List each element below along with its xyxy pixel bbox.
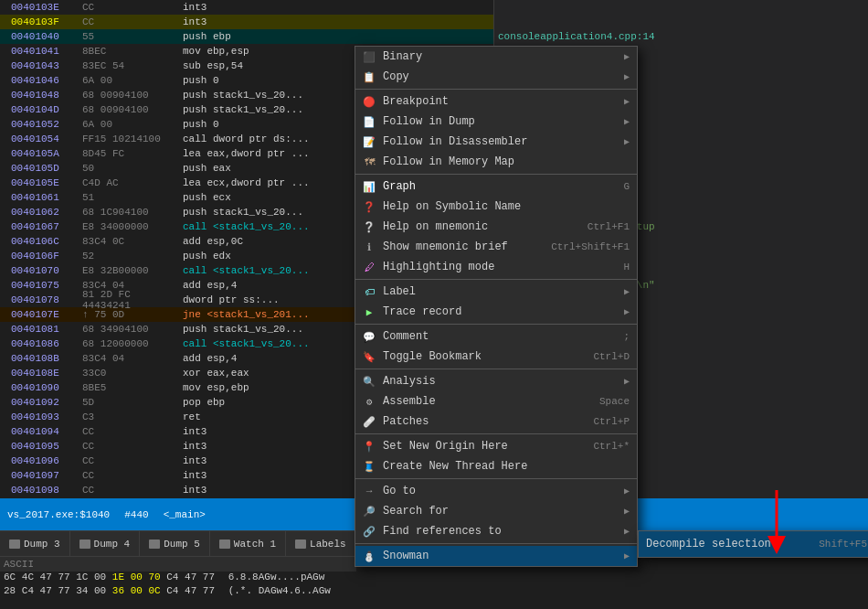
- menu-label: Find references to: [383, 525, 620, 538]
- highlight-icon: 🖊: [361, 260, 377, 274]
- menu-label: Help on mnemonic: [383, 220, 580, 233]
- trace-icon: ▶: [361, 304, 377, 319]
- menu-item-find-references-to[interactable]: 🔗Find references to▶: [355, 521, 637, 541]
- help-icon: ❓: [361, 199, 377, 214]
- goto-icon: →: [361, 484, 377, 498]
- menu-item-follow-in-dump[interactable]: 📄Follow in Dump▶: [355, 112, 637, 132]
- snowman-icon: ⛄: [361, 549, 377, 563]
- menu-item-toggle-bookmark[interactable]: 🔖Toggle BookmarkCtrl+D: [355, 347, 637, 367]
- disasm-line[interactable]: 0040103FCCint3: [0, 15, 493, 29]
- eye-icon: [219, 540, 230, 549]
- menu-item-assemble[interactable]: ⚙AssembleSpace: [355, 391, 637, 411]
- ascii-hex-line: 28 C4 47 77 34 00 36 00 0C C4 47 77 (.*.…: [0, 585, 356, 599]
- menu-item-help-on-mnemonic[interactable]: ❔Help on mnemonicCtrl+F1: [355, 217, 637, 237]
- submenu-arrow-icon: ▶: [624, 136, 630, 147]
- menu-item-graph[interactable]: 📊GraphG: [355, 176, 637, 197]
- menu-item-breakpoint[interactable]: 🔴Breakpoint▶: [355, 91, 637, 112]
- menu-label: Follow in Disassembler: [383, 135, 620, 148]
- disasm-line[interactable]: 0040104055push ebp: [0, 29, 493, 44]
- red-arrow-indicator: [749, 490, 804, 563]
- help2-icon: ❔: [361, 219, 377, 234]
- menu-item-highlighting-mode[interactable]: 🖊Highlighting modeH: [355, 257, 637, 277]
- label-icon: 🏷: [361, 284, 377, 299]
- menu-shortcut: H: [623, 262, 630, 272]
- comment-line: consoleapplication4.cpp:14: [494, 29, 868, 44]
- assemble-icon: ⚙: [361, 394, 377, 409]
- tab-dump-5[interactable]: Dump 5: [140, 531, 210, 556]
- menu-item-follow-in-memory-map[interactable]: 🗺Follow in Memory Map: [355, 152, 637, 172]
- menu-item-copy[interactable]: 📋Copy▶: [355, 67, 637, 87]
- menu-label: Comment: [383, 330, 616, 343]
- menu-label: Toggle Bookmark: [383, 350, 586, 363]
- menu-item-comment[interactable]: 💬Comment;: [355, 326, 637, 347]
- refs-icon: 🔗: [361, 524, 377, 539]
- menu-label: Help on Symbolic Name: [383, 200, 630, 213]
- menu-item-analysis[interactable]: 🔍Analysis▶: [355, 371, 637, 391]
- menu-shortcut: Ctrl+P: [593, 416, 630, 427]
- menu-label: Graph: [383, 180, 616, 193]
- menu-item-label[interactable]: 🏷Label▶: [355, 282, 637, 302]
- submenu-arrow-icon: ▶: [624, 526, 630, 537]
- tab-dump-4[interactable]: Dump 4: [70, 531, 141, 556]
- menu-item-trace-record[interactable]: ▶Trace record▶: [355, 302, 637, 322]
- tab-watch-1[interactable]: Watch 1: [210, 531, 286, 556]
- origin-icon: 📍: [361, 439, 377, 454]
- thread-icon: 🧵: [361, 459, 377, 474]
- menu-item-go-to[interactable]: →Go to▶: [355, 481, 637, 501]
- submenu-arrow-icon: ▶: [624, 96, 630, 107]
- submenu-shortcut: Shift+F5: [819, 539, 867, 550]
- menu-label: Breakpoint: [383, 95, 620, 108]
- menu-shortcut: Ctrl+F1: [587, 221, 630, 232]
- menu-label: Label: [383, 285, 620, 298]
- menu-item-snowman[interactable]: ⛄Snowman▶: [355, 546, 637, 566]
- menu-label: Binary: [383, 50, 620, 63]
- tab-label: Labels: [310, 539, 346, 550]
- status-module: vs_2017.exe:$1040: [7, 509, 110, 520]
- menu-shortcut: ;: [623, 331, 630, 342]
- submenu-arrow-icon: ▶: [624, 51, 630, 62]
- menu-shortcut: Ctrl+Shift+F1: [551, 241, 630, 252]
- menu-label: Set New Origin Here: [383, 440, 586, 453]
- submenu-arrow-icon: ▶: [624, 71, 630, 82]
- graph-icon: 📊: [361, 179, 377, 194]
- status-function: <_main>: [164, 509, 206, 520]
- menu-label: Copy: [383, 70, 620, 83]
- menu-label: Trace record: [383, 305, 620, 318]
- submenu-arrow-icon: ▶: [624, 306, 630, 317]
- bp-icon: 🔴: [361, 94, 377, 109]
- ascii-header: ASCII: [0, 557, 356, 572]
- menu-item-follow-in-disassembler[interactable]: 📝Follow in Disassembler▶: [355, 132, 637, 152]
- info-icon: ℹ: [361, 240, 377, 254]
- menu-label: Go to: [383, 485, 620, 497]
- dump-icon: 📄: [361, 114, 377, 129]
- ascii-hex-line: 6C 4C 47 77 1C 00 1E 00 70 C4 47 77 6.8.…: [0, 572, 356, 585]
- menu-item-search-for[interactable]: 🔎Search for▶: [355, 501, 637, 521]
- menu-label: Patches: [383, 415, 586, 428]
- menu-label: Snowman: [383, 550, 620, 562]
- submenu-arrow-icon: ▶: [624, 286, 630, 297]
- menu-item-patches[interactable]: 🩹PatchesCtrl+P: [355, 411, 637, 432]
- search-icon: 🔎: [361, 504, 377, 518]
- context-menu[interactable]: ⬛Binary▶📋Copy▶🔴Breakpoint▶📄Follow in Dum…: [355, 46, 638, 567]
- menu-label: Follow in Memory Map: [383, 155, 630, 168]
- tab-labels[interactable]: Labels: [286, 531, 356, 556]
- comment-line: [494, 15, 868, 29]
- comment-line: [494, 0, 868, 15]
- menu-item-help-on-symbolic-name[interactable]: ❓Help on Symbolic Name: [355, 197, 637, 217]
- menu-item-show-mnemonic-brief[interactable]: ℹShow mnemonic briefCtrl+Shift+F1: [355, 237, 637, 257]
- tag-icon: [295, 540, 306, 549]
- memory-icon: 🗺: [361, 155, 377, 169]
- menu-item-set-new-origin-here[interactable]: 📍Set New Origin HereCtrl+*: [355, 436, 637, 456]
- menu-item-binary[interactable]: ⬛Binary▶: [355, 47, 637, 67]
- tab-dump-3[interactable]: Dump 3: [0, 531, 70, 556]
- table-icon: [9, 540, 20, 549]
- tab-label: Dump 4: [94, 539, 131, 550]
- menu-label: Search for: [383, 505, 620, 518]
- table-icon: [149, 540, 160, 549]
- menu-item-create-new-thread-here[interactable]: 🧵Create New Thread Here: [355, 456, 637, 476]
- comment-icon: 💬: [361, 329, 377, 344]
- menu-label: Assemble: [383, 395, 592, 408]
- ascii-panel: ASCII 6C 4C 47 77 1C 00 1E 00 70 C4 47 7…: [0, 556, 356, 609]
- disasm-line[interactable]: 0040103ECCint3: [0, 0, 493, 15]
- submenu-arrow-icon: ▶: [624, 486, 630, 497]
